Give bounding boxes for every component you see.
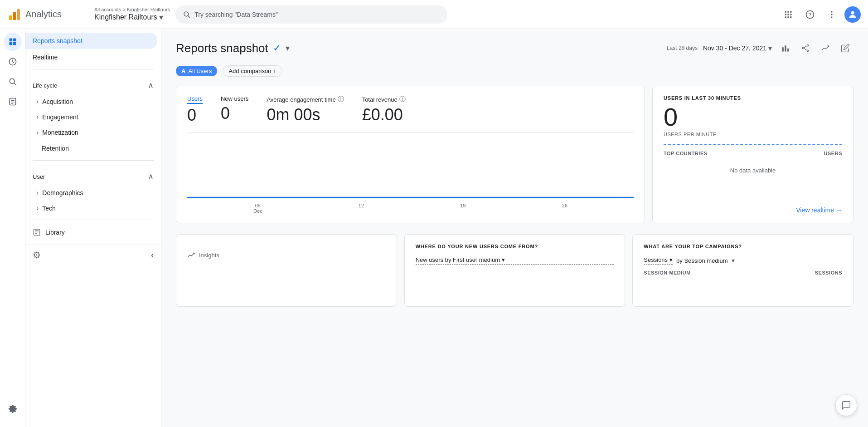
svg-rect-10 — [790, 14, 791, 15]
svg-point-18 — [831, 16, 832, 18]
breadcrumb-top: All accounts > Kingfisher Railtours — [94, 7, 170, 12]
search-icon-button[interactable] — [4, 73, 22, 91]
nav-retention[interactable]: Retention — [25, 140, 161, 157]
nav-collapse-icon[interactable]: ‹ — [151, 250, 154, 260]
users-label[interactable]: Users — [187, 95, 203, 104]
all-users-label: All Users — [188, 68, 212, 74]
nav-reports-snapshot[interactable]: Reports snapshot — [25, 33, 157, 49]
status-check-icon: ✓ — [273, 42, 281, 54]
home-icon-button[interactable] — [4, 33, 22, 51]
date-range-arrow-icon: ▾ — [768, 44, 772, 53]
page-title-dropdown-button[interactable]: ▾ — [286, 43, 290, 53]
svg-rect-9 — [787, 14, 789, 15]
nav-user-label: User — [33, 173, 45, 180]
date-range-value: Nov 30 - Dec 27, 2021 — [703, 44, 766, 52]
svg-line-42 — [804, 49, 807, 50]
campaigns-card: WHAT ARE YOUR TOP CAMPAIGNS? Sessions ▾ … — [632, 234, 853, 307]
search-icon — [183, 10, 191, 19]
engagement-help-icon[interactable]: ⓘ — [338, 95, 344, 103]
avatar[interactable] — [844, 6, 861, 23]
users-value: 0 — [187, 106, 203, 125]
new-users-dropdown[interactable]: New users by First user medium ▾ — [416, 256, 614, 265]
svg-rect-20 — [9, 39, 12, 42]
main-header: Reports snapshot ✓ ▾ Last 28 days Nov 30… — [176, 40, 853, 56]
search-bar[interactable]: Try searching "Data Streams" — [175, 5, 447, 24]
cards-row: Users 0 New users 0 Average engagement t… — [176, 86, 853, 223]
more-vert-icon-button[interactable] — [823, 5, 841, 24]
nav-acquisition[interactable]: › Acquisition — [25, 94, 161, 109]
breadcrumb-bottom[interactable]: Kingfisher Railtours ▾ — [94, 12, 170, 22]
trend-icon-button[interactable] — [817, 40, 834, 56]
new-users-value: 0 — [221, 104, 248, 123]
date-range-button[interactable]: Nov 30 - Dec 27, 2021 ▾ — [703, 44, 772, 53]
engagement-expand-icon: › — [36, 113, 39, 121]
svg-line-26 — [14, 83, 16, 85]
revenue-value: £0.00 — [362, 105, 406, 124]
all-users-badge[interactable]: A All Users — [176, 66, 217, 76]
svg-rect-31 — [34, 229, 40, 236]
top-countries-label: TOP COUNTRIES — [664, 151, 708, 156]
svg-line-41 — [804, 46, 807, 48]
demographics-expand-icon: › — [36, 189, 39, 197]
settings-icon-button[interactable] — [4, 400, 22, 418]
view-realtime-link[interactable]: View realtime → — [664, 206, 842, 214]
stats-metrics: Users 0 New users 0 Average engagement t… — [187, 95, 634, 125]
sessions-dropdown-arrow-icon: ▾ — [669, 256, 673, 263]
realtime-dashed-line — [664, 144, 842, 145]
nav-monetization-label: Monetization — [42, 129, 78, 136]
library-icon — [33, 228, 41, 236]
campaigns-card-header: WHAT ARE YOUR TOP CAMPAIGNS? — [644, 244, 842, 249]
nav-tech[interactable]: › Tech — [25, 201, 161, 216]
nav-gear-icon[interactable]: ⚙ — [33, 250, 41, 260]
nav-realtime[interactable]: Realtime — [25, 49, 161, 65]
bar-chart-icon-button[interactable] — [777, 40, 794, 56]
tech-expand-icon: › — [36, 204, 39, 212]
svg-line-4 — [188, 15, 190, 17]
account-dropdown-arrow[interactable]: ▾ — [159, 12, 163, 22]
share-icon — [801, 44, 810, 53]
share-icon-button[interactable] — [797, 40, 814, 56]
nav-library[interactable]: Library — [25, 224, 161, 241]
realtime-title: USERS IN LAST 30 MINUTES — [664, 95, 842, 101]
new-users-dropdown-label: New users by First user medium — [416, 256, 500, 263]
sessions-dropdown[interactable]: Sessions ▾ — [644, 256, 673, 265]
main-content: Reports snapshot ✓ ▾ Last 28 days Nov 30… — [161, 29, 868, 427]
edit-icon-button[interactable] — [837, 40, 853, 56]
icon-sidebar-bottom — [4, 400, 22, 423]
help-icon-button[interactable]: ? — [801, 5, 819, 24]
reports-icon-button[interactable] — [4, 93, 22, 111]
realtime-no-data: No data available — [664, 167, 842, 174]
nav-engagement[interactable]: › Engagement — [25, 109, 161, 125]
lifecycle-chevron-icon[interactable]: ∧ — [148, 80, 154, 90]
nav-monetization[interactable]: › Monetization — [25, 125, 161, 140]
svg-rect-12 — [787, 16, 789, 18]
medium-dropdown-arrow-icon[interactable]: ▾ — [732, 257, 735, 264]
chat-bubble-button[interactable] — [835, 394, 857, 416]
main-header-right: Last 28 days Nov 30 - Dec 27, 2021 ▾ — [667, 40, 853, 56]
date-range-label: Last 28 days — [667, 45, 698, 51]
svg-point-39 — [802, 47, 804, 49]
chart-label-19: 19 — [460, 203, 466, 214]
add-comparison-button[interactable]: Add comparison + — [223, 65, 282, 77]
apps-icon-button[interactable] — [779, 5, 797, 24]
user-chevron-icon[interactable]: ∧ — [148, 172, 154, 182]
svg-rect-37 — [787, 49, 789, 52]
nav-divider-3 — [33, 220, 154, 220]
chart-labels: 05 Dec 12 19 26 — [187, 203, 634, 214]
engagement-label: Average engagement time ⓘ — [267, 95, 344, 103]
svg-rect-6 — [787, 11, 789, 12]
insights-label: Insights — [199, 252, 219, 259]
revenue-help-icon[interactable]: ⓘ — [399, 95, 406, 103]
nav-sidebar: Reports snapshot Realtime Life cycle ∧ ›… — [25, 29, 161, 427]
add-comparison-plus-icon: + — [273, 68, 276, 74]
edit-icon — [841, 44, 850, 53]
realtime-icon — [8, 57, 17, 66]
realtime-icon-button[interactable] — [4, 53, 22, 71]
nav-demographics[interactable]: › Demographics — [25, 185, 161, 201]
acquisition-expand-icon: › — [36, 98, 39, 106]
new-users-label[interactable]: New users — [221, 95, 248, 102]
svg-rect-1 — [13, 12, 16, 20]
svg-rect-22 — [9, 42, 12, 45]
sessions-col-header: SESSIONS — [815, 270, 842, 275]
svg-rect-8 — [785, 14, 786, 15]
